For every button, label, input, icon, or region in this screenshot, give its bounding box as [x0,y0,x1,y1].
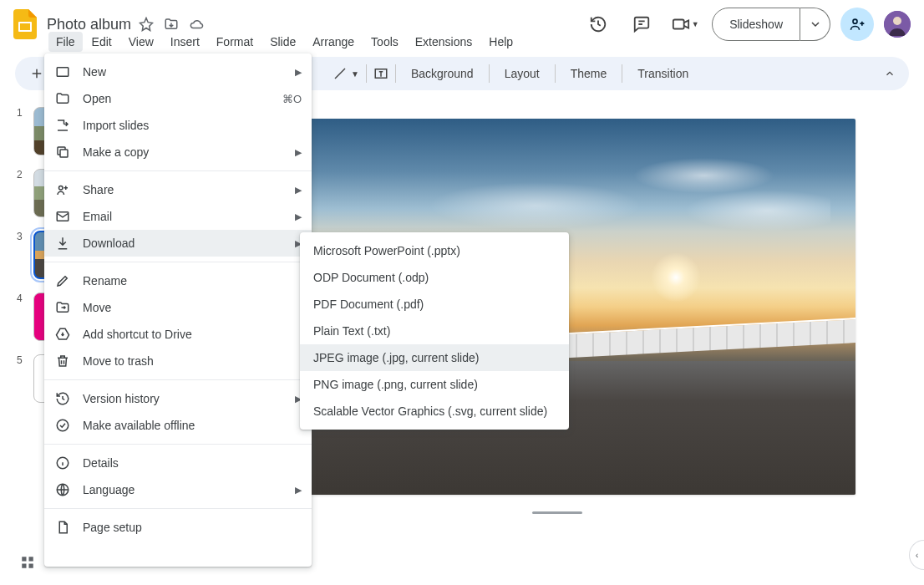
globe-icon [54,481,71,498]
file-menu: New ▶ Open ⌘O Import slides Make a copy … [44,53,312,567]
file-new[interactable]: New ▶ [44,58,312,85]
submenu-arrow-icon: ▶ [295,185,302,196]
account-avatar[interactable] [884,11,911,38]
rename-icon [54,272,71,289]
file-open[interactable]: Open ⌘O [44,85,312,112]
file-import-slides[interactable]: Import slides [44,112,312,139]
slideshow-button[interactable]: Slideshow [712,8,800,41]
menu-arrange[interactable]: Arrange [305,32,362,52]
svg-rect-11 [57,68,69,77]
svg-point-5 [893,17,901,25]
offline-icon [54,417,71,434]
svg-point-3 [853,19,857,23]
menu-tools[interactable]: Tools [363,32,406,52]
slide-number: 5 [17,354,28,366]
download-svg[interactable]: Scalable Vector Graphics (.svg, current … [300,398,569,425]
menu-help[interactable]: Help [481,32,520,52]
slide-number: 2 [17,169,28,181]
new-icon [54,64,71,80]
speaker-notes-handle[interactable] [532,511,582,514]
svg-point-15 [57,420,69,431]
file-share[interactable]: Share ▶ [44,176,312,203]
download-txt[interactable]: Plain Text (.txt) [300,318,569,344]
drive-shortcut-icon [54,326,71,343]
menu-extensions[interactable]: Extensions [408,32,480,52]
download-png[interactable]: PNG image (.png, current slide) [300,371,569,398]
slide-number: 4 [17,292,28,304]
layout-button[interactable]: Layout [496,67,548,80]
menu-edit[interactable]: Edit [84,32,119,52]
svg-rect-12 [60,150,68,157]
download-submenu: Microsoft PowerPoint (.pptx) ODP Documen… [300,232,569,430]
shortcut-label: ⌘O [282,93,302,105]
collapse-toolbar-icon[interactable] [884,68,896,79]
transition-button[interactable]: Transition [629,67,697,80]
page-setup-icon [54,519,71,536]
download-icon [54,235,71,252]
file-download[interactable]: Download ▶ [44,230,312,257]
svg-rect-10 [29,564,33,568]
history-icon[interactable] [581,8,615,41]
comments-icon[interactable] [625,8,658,41]
svg-rect-8 [29,557,33,561]
trash-icon [54,353,71,369]
email-icon [54,208,71,225]
slideshow-more-button[interactable] [800,8,830,41]
menu-insert[interactable]: Insert [163,32,207,52]
copy-icon [54,144,71,160]
download-jpg[interactable]: JPEG image (.jpg, current slide) [300,344,569,371]
file-available-offline[interactable]: Make available offline [44,412,312,439]
file-details[interactable]: Details [44,450,312,476]
menu-file[interactable]: File [48,32,83,52]
share-button[interactable] [840,8,874,41]
svg-rect-7 [22,557,26,561]
file-make-copy[interactable]: Make a copy ▶ [44,139,312,165]
submenu-arrow-icon: ▶ [295,485,302,496]
file-rename[interactable]: Rename [44,267,312,294]
svg-rect-9 [22,564,26,568]
file-add-shortcut[interactable]: Add shortcut to Drive [44,321,312,348]
menu-format[interactable]: Format [209,32,261,52]
file-hidden-item[interactable] [44,541,312,562]
slide-number: 1 [17,107,28,119]
file-email[interactable]: Email ▶ [44,203,312,230]
download-pdf[interactable]: PDF Document (.pdf) [300,291,569,318]
menubar: File Edit View Insert Format Slide Arran… [48,30,520,53]
file-version-history[interactable]: Version history ▶ [44,385,312,412]
file-language[interactable]: Language ▶ [44,476,312,503]
history-icon [54,390,71,407]
file-move[interactable]: Move [44,294,312,321]
move-icon [54,299,71,316]
submenu-arrow-icon: ▶ [295,147,302,158]
submenu-arrow-icon: ▶ [295,211,302,222]
info-icon [54,455,71,471]
slides-app-icon[interactable] [8,8,42,41]
submenu-arrow-icon: ▶ [295,67,302,78]
slide-number: 3 [17,231,28,242]
menu-slide[interactable]: Slide [262,32,303,52]
theme-button[interactable]: Theme [562,67,616,80]
file-page-setup[interactable]: Page setup [44,514,312,541]
download-pptx[interactable]: Microsoft PowerPoint (.pptx) [300,237,569,264]
share-icon [54,181,71,198]
text-box-tool[interactable] [373,66,388,81]
download-odp[interactable]: ODP Document (.odp) [300,264,569,291]
background-button[interactable]: Background [403,67,482,80]
import-icon [54,117,71,134]
file-move-trash[interactable]: Move to trash [44,348,312,374]
line-tool[interactable]: ▼ [333,66,359,81]
folder-icon [54,90,71,107]
menu-view[interactable]: View [121,32,161,52]
meet-icon[interactable]: ▼ [668,8,702,41]
svg-rect-2 [673,20,684,29]
svg-rect-1 [20,23,30,30]
svg-point-13 [59,186,63,191]
grid-view-button[interactable] [20,555,35,570]
